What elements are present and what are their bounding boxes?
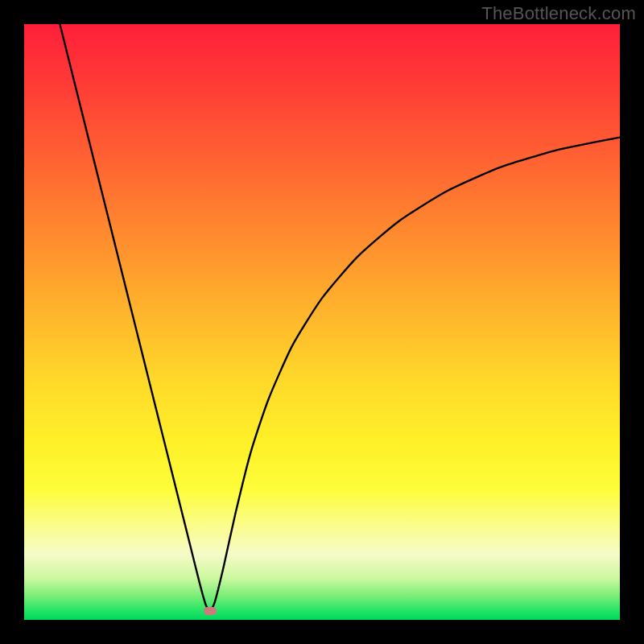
chart-frame: TheBottleneck.com [0, 0, 644, 644]
watermark-text: TheBottleneck.com [481, 3, 636, 24]
bottleneck-curve [24, 24, 620, 620]
minimum-marker [204, 607, 217, 615]
plot-area [24, 24, 620, 620]
